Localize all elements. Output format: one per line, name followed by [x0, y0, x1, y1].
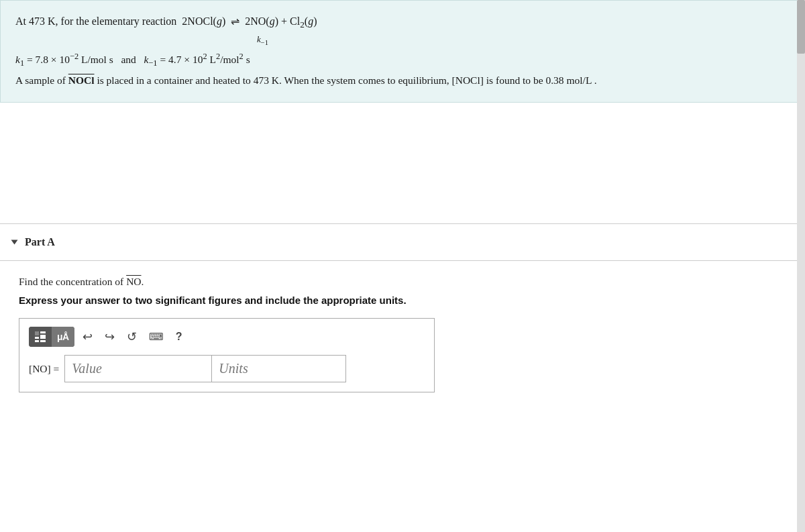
- constants-line: k1 = 7.8 × 10−2 L/mol s and k−1 = 4.7 × …: [15, 50, 790, 70]
- svg-rect-7: [40, 337, 46, 339]
- svg-rect-3: [40, 331, 46, 333]
- problem-section: At 473 K, for the elementary reaction 2N…: [0, 0, 805, 103]
- help-button[interactable]: ?: [172, 328, 186, 345]
- scrollbar-track[interactable]: [797, 0, 805, 532]
- refresh-icon: ↺: [127, 329, 137, 344]
- grid-icon: [34, 330, 47, 343]
- instruction-text: Express your answer to two significant f…: [19, 295, 786, 306]
- undo-icon: ↩: [83, 329, 93, 344]
- svg-rect-8: [40, 340, 46, 342]
- grid-button[interactable]: [29, 327, 52, 347]
- mu-angstrom-button[interactable]: μÅ: [52, 327, 74, 347]
- scrollbar-thumb[interactable]: [797, 0, 805, 54]
- input-row: [NO] =: [29, 355, 425, 382]
- svg-rect-4: [40, 335, 46, 337]
- content-area: Find the concentration of NO. Express yo…: [0, 261, 805, 411]
- reaction-line: At 473 K, for the elementary reaction 2N…: [15, 13, 790, 32]
- part-a-header[interactable]: Part A: [0, 224, 805, 261]
- mu-angstrom-label: μÅ: [57, 331, 69, 342]
- page-container: At 473 K, for the elementary reaction 2N…: [0, 0, 805, 532]
- no-label: [NO] =: [29, 363, 59, 375]
- k-minus1-over-label: k−1: [257, 32, 790, 48]
- keyboard-button[interactable]: ⌨: [145, 328, 168, 345]
- redo-icon: ↪: [105, 329, 115, 344]
- svg-rect-5: [35, 337, 39, 339]
- undo-button[interactable]: ↩: [78, 327, 97, 347]
- redo-button[interactable]: ↪: [101, 327, 119, 347]
- toolbar: μÅ ↩ ↪ ↺ ⌨ ?: [29, 327, 425, 347]
- description-line: A sample of NOCl is placed in a containe…: [15, 72, 790, 89]
- toolbar-btn-group: μÅ: [29, 327, 74, 347]
- help-icon: ?: [176, 331, 182, 343]
- svg-rect-6: [35, 340, 39, 342]
- value-input[interactable]: [64, 355, 212, 382]
- question-text: Find the concentration of NO.: [19, 276, 786, 288]
- svg-rect-2: [35, 331, 39, 335]
- answer-box-container: μÅ ↩ ↪ ↺ ⌨ ?: [19, 318, 435, 392]
- part-a-label: Part A: [25, 236, 55, 248]
- units-input[interactable]: [212, 355, 346, 382]
- empty-space: [0, 103, 805, 223]
- keyboard-icon: ⌨: [149, 331, 164, 343]
- collapse-triangle-icon[interactable]: [11, 240, 18, 245]
- refresh-button[interactable]: ↺: [123, 327, 141, 347]
